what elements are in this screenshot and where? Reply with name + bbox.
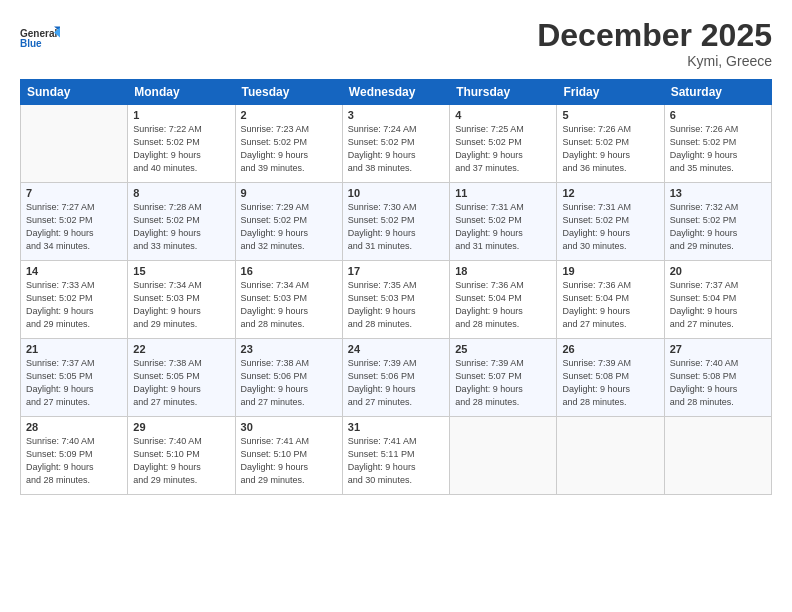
- day-number: 5: [562, 109, 658, 121]
- day-cell: 29Sunrise: 7:40 AMSunset: 5:10 PMDayligh…: [128, 417, 235, 495]
- day-info: Sunrise: 7:35 AMSunset: 5:03 PMDaylight:…: [348, 279, 444, 331]
- day-cell: 14Sunrise: 7:33 AMSunset: 5:02 PMDayligh…: [21, 261, 128, 339]
- day-number: 10: [348, 187, 444, 199]
- day-number: 13: [670, 187, 766, 199]
- week-row-2: 7Sunrise: 7:27 AMSunset: 5:02 PMDaylight…: [21, 183, 772, 261]
- header: General Blue December 2025 Kymi, Greece: [20, 18, 772, 69]
- location-subtitle: Kymi, Greece: [537, 53, 772, 69]
- day-number: 11: [455, 187, 551, 199]
- day-info: Sunrise: 7:31 AMSunset: 5:02 PMDaylight:…: [562, 201, 658, 253]
- day-info: Sunrise: 7:32 AMSunset: 5:02 PMDaylight:…: [670, 201, 766, 253]
- day-cell: [21, 105, 128, 183]
- day-info: Sunrise: 7:25 AMSunset: 5:02 PMDaylight:…: [455, 123, 551, 175]
- header-row: SundayMondayTuesdayWednesdayThursdayFrid…: [21, 80, 772, 105]
- day-cell: 10Sunrise: 7:30 AMSunset: 5:02 PMDayligh…: [342, 183, 449, 261]
- day-number: 28: [26, 421, 122, 433]
- day-info: Sunrise: 7:31 AMSunset: 5:02 PMDaylight:…: [455, 201, 551, 253]
- day-info: Sunrise: 7:36 AMSunset: 5:04 PMDaylight:…: [455, 279, 551, 331]
- day-cell: 4Sunrise: 7:25 AMSunset: 5:02 PMDaylight…: [450, 105, 557, 183]
- day-number: 29: [133, 421, 229, 433]
- day-cell: 26Sunrise: 7:39 AMSunset: 5:08 PMDayligh…: [557, 339, 664, 417]
- day-cell: 11Sunrise: 7:31 AMSunset: 5:02 PMDayligh…: [450, 183, 557, 261]
- day-cell: 31Sunrise: 7:41 AMSunset: 5:11 PMDayligh…: [342, 417, 449, 495]
- day-info: Sunrise: 7:27 AMSunset: 5:02 PMDaylight:…: [26, 201, 122, 253]
- day-cell: [664, 417, 771, 495]
- day-number: 20: [670, 265, 766, 277]
- day-number: 24: [348, 343, 444, 355]
- day-info: Sunrise: 7:22 AMSunset: 5:02 PMDaylight:…: [133, 123, 229, 175]
- day-info: Sunrise: 7:24 AMSunset: 5:02 PMDaylight:…: [348, 123, 444, 175]
- day-info: Sunrise: 7:30 AMSunset: 5:02 PMDaylight:…: [348, 201, 444, 253]
- logo: General Blue: [20, 18, 60, 58]
- day-info: Sunrise: 7:34 AMSunset: 5:03 PMDaylight:…: [241, 279, 337, 331]
- day-number: 1: [133, 109, 229, 121]
- day-info: Sunrise: 7:23 AMSunset: 5:02 PMDaylight:…: [241, 123, 337, 175]
- day-number: 8: [133, 187, 229, 199]
- week-row-1: 1Sunrise: 7:22 AMSunset: 5:02 PMDaylight…: [21, 105, 772, 183]
- week-row-4: 21Sunrise: 7:37 AMSunset: 5:05 PMDayligh…: [21, 339, 772, 417]
- calendar-table: SundayMondayTuesdayWednesdayThursdayFrid…: [20, 79, 772, 495]
- day-cell: 7Sunrise: 7:27 AMSunset: 5:02 PMDaylight…: [21, 183, 128, 261]
- calendar-page: General Blue December 2025 Kymi, Greece …: [0, 0, 792, 612]
- day-cell: 24Sunrise: 7:39 AMSunset: 5:06 PMDayligh…: [342, 339, 449, 417]
- col-header-saturday: Saturday: [664, 80, 771, 105]
- day-cell: 15Sunrise: 7:34 AMSunset: 5:03 PMDayligh…: [128, 261, 235, 339]
- day-cell: 1Sunrise: 7:22 AMSunset: 5:02 PMDaylight…: [128, 105, 235, 183]
- day-cell: 19Sunrise: 7:36 AMSunset: 5:04 PMDayligh…: [557, 261, 664, 339]
- day-info: Sunrise: 7:38 AMSunset: 5:06 PMDaylight:…: [241, 357, 337, 409]
- day-info: Sunrise: 7:28 AMSunset: 5:02 PMDaylight:…: [133, 201, 229, 253]
- day-cell: 23Sunrise: 7:38 AMSunset: 5:06 PMDayligh…: [235, 339, 342, 417]
- day-info: Sunrise: 7:33 AMSunset: 5:02 PMDaylight:…: [26, 279, 122, 331]
- day-cell: 3Sunrise: 7:24 AMSunset: 5:02 PMDaylight…: [342, 105, 449, 183]
- day-info: Sunrise: 7:34 AMSunset: 5:03 PMDaylight:…: [133, 279, 229, 331]
- col-header-friday: Friday: [557, 80, 664, 105]
- col-header-monday: Monday: [128, 80, 235, 105]
- day-cell: 25Sunrise: 7:39 AMSunset: 5:07 PMDayligh…: [450, 339, 557, 417]
- day-cell: 9Sunrise: 7:29 AMSunset: 5:02 PMDaylight…: [235, 183, 342, 261]
- svg-text:Blue: Blue: [20, 38, 42, 49]
- month-title: December 2025: [537, 18, 772, 53]
- logo-icon: General Blue: [20, 18, 60, 58]
- day-cell: [557, 417, 664, 495]
- day-info: Sunrise: 7:40 AMSunset: 5:08 PMDaylight:…: [670, 357, 766, 409]
- col-header-tuesday: Tuesday: [235, 80, 342, 105]
- day-cell: 12Sunrise: 7:31 AMSunset: 5:02 PMDayligh…: [557, 183, 664, 261]
- day-cell: 5Sunrise: 7:26 AMSunset: 5:02 PMDaylight…: [557, 105, 664, 183]
- day-info: Sunrise: 7:26 AMSunset: 5:02 PMDaylight:…: [562, 123, 658, 175]
- day-number: 16: [241, 265, 337, 277]
- day-cell: 13Sunrise: 7:32 AMSunset: 5:02 PMDayligh…: [664, 183, 771, 261]
- day-cell: 6Sunrise: 7:26 AMSunset: 5:02 PMDaylight…: [664, 105, 771, 183]
- day-number: 22: [133, 343, 229, 355]
- day-cell: 22Sunrise: 7:38 AMSunset: 5:05 PMDayligh…: [128, 339, 235, 417]
- day-cell: 20Sunrise: 7:37 AMSunset: 5:04 PMDayligh…: [664, 261, 771, 339]
- day-cell: 16Sunrise: 7:34 AMSunset: 5:03 PMDayligh…: [235, 261, 342, 339]
- day-number: 25: [455, 343, 551, 355]
- day-number: 23: [241, 343, 337, 355]
- day-info: Sunrise: 7:26 AMSunset: 5:02 PMDaylight:…: [670, 123, 766, 175]
- day-number: 27: [670, 343, 766, 355]
- day-info: Sunrise: 7:29 AMSunset: 5:02 PMDaylight:…: [241, 201, 337, 253]
- day-info: Sunrise: 7:41 AMSunset: 5:10 PMDaylight:…: [241, 435, 337, 487]
- day-cell: [450, 417, 557, 495]
- day-number: 30: [241, 421, 337, 433]
- day-cell: 8Sunrise: 7:28 AMSunset: 5:02 PMDaylight…: [128, 183, 235, 261]
- day-info: Sunrise: 7:39 AMSunset: 5:06 PMDaylight:…: [348, 357, 444, 409]
- day-cell: 18Sunrise: 7:36 AMSunset: 5:04 PMDayligh…: [450, 261, 557, 339]
- day-number: 26: [562, 343, 658, 355]
- col-header-wednesday: Wednesday: [342, 80, 449, 105]
- day-info: Sunrise: 7:40 AMSunset: 5:09 PMDaylight:…: [26, 435, 122, 487]
- day-cell: 2Sunrise: 7:23 AMSunset: 5:02 PMDaylight…: [235, 105, 342, 183]
- col-header-sunday: Sunday: [21, 80, 128, 105]
- day-number: 6: [670, 109, 766, 121]
- day-number: 14: [26, 265, 122, 277]
- day-cell: 17Sunrise: 7:35 AMSunset: 5:03 PMDayligh…: [342, 261, 449, 339]
- week-row-3: 14Sunrise: 7:33 AMSunset: 5:02 PMDayligh…: [21, 261, 772, 339]
- day-number: 3: [348, 109, 444, 121]
- day-cell: 30Sunrise: 7:41 AMSunset: 5:10 PMDayligh…: [235, 417, 342, 495]
- day-number: 9: [241, 187, 337, 199]
- svg-text:General: General: [20, 28, 57, 39]
- day-number: 18: [455, 265, 551, 277]
- week-row-5: 28Sunrise: 7:40 AMSunset: 5:09 PMDayligh…: [21, 417, 772, 495]
- day-number: 19: [562, 265, 658, 277]
- day-info: Sunrise: 7:36 AMSunset: 5:04 PMDaylight:…: [562, 279, 658, 331]
